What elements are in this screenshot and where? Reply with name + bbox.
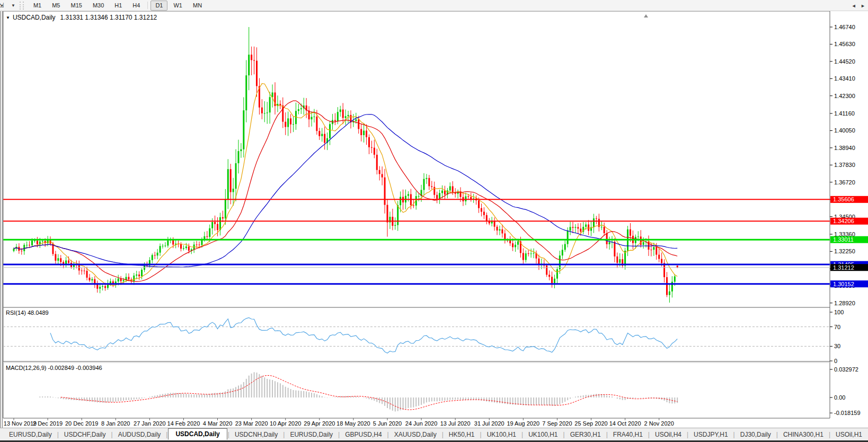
tab-dj30-daily[interactable]: DJ30,Daily — [736, 429, 776, 440]
tab-scroll-right-icon[interactable]: ► — [861, 3, 865, 8]
macd-axis-tick: -0.018159 — [834, 410, 861, 416]
price-level-labels: 1.356061.342061.330111.314051.301521.312… — [830, 196, 868, 287]
timeframe-button-m30[interactable]: M30 — [88, 1, 109, 11]
medium-ma-line — [14, 101, 677, 281]
slow-ma-line — [14, 114, 677, 267]
rsi-pane: 10070300 — [3, 309, 844, 364]
date-axis-tick: 13 Jul 2020 — [440, 420, 471, 427]
symbol-tabs: EURUSD,Daily|USDCHF,Daily|AUDUSD,Daily|U… — [0, 428, 868, 440]
svg-text:1.34206: 1.34206 — [833, 218, 854, 224]
tab-scroll-arrows: ◄ ► — [848, 3, 865, 8]
macd-pane: 0.0329720.00-0.018159 — [40, 366, 860, 416]
macd-indicator-label: MACD(12,26,9) -0.002849 -0.003946 — [6, 365, 102, 371]
tab-fra40-h1[interactable]: FRA40,H1 — [608, 429, 648, 440]
chevron-down-icon[interactable]: ▼ — [11, 3, 15, 8]
price-axis-tick: 1.38940 — [834, 145, 855, 151]
rsi-axis-tick: 0 — [834, 358, 837, 364]
timeframe-bar: M1M5M15M30H1H4D1W1MN — [28, 1, 207, 11]
rsi-indicator-label: RSI(14) 48.0489 — [6, 310, 49, 316]
price-axis-tick: 1.40050 — [834, 127, 855, 134]
tab-xauusd-daily[interactable]: XAUUSD,Daily — [389, 429, 441, 440]
date-axis-tick: 2 Nov 2020 — [644, 420, 674, 427]
timeframe-button-m15[interactable]: M15 — [66, 1, 86, 11]
chart-title: ▼USDCAD,Daily1.31331 1.31346 1.31170 1.3… — [6, 14, 157, 21]
tab-gbpusd-h4[interactable]: GBPUSD,H4 — [340, 429, 386, 440]
timeframe-button-m1[interactable]: M1 — [29, 1, 46, 11]
tab-eurusd-daily[interactable]: EURUSD,Daily — [4, 429, 57, 440]
macd-axis-tick: 0.032972 — [834, 366, 858, 373]
price-axis-tick: 1.43410 — [834, 75, 855, 82]
pane-borders — [3, 11, 830, 418]
tab-usdcnh-daily[interactable]: USDCNH,Daily — [230, 429, 282, 440]
tab-usdchf-daily[interactable]: USDCHF,Daily — [59, 429, 111, 440]
svg-text:1.33011: 1.33011 — [833, 236, 854, 243]
tab-audusd-daily[interactable]: AUDUSD,Daily — [113, 429, 166, 440]
tab-scroll-left-icon[interactable]: ◄ — [852, 3, 856, 8]
price-axis-tick: 1.46740 — [834, 24, 855, 30]
price-axis-tick: 1.37830 — [834, 162, 855, 168]
date-axis-tick: 4 Mar 2020 — [203, 420, 233, 427]
rsi-axis-tick: 70 — [834, 324, 840, 330]
price-axis-tick: 1.32250 — [834, 248, 855, 254]
price-axis-tick: 1.41160 — [834, 110, 855, 117]
chart-canvas[interactable]: 1.467401.456301.445201.434101.423001.411… — [0, 0, 868, 442]
date-axis-tick: 29 Apr 2020 — [304, 420, 335, 427]
tab-uk100-h1[interactable]: UK100,H1 — [524, 429, 562, 440]
date-axis-tick: 2 Dec 2019 — [33, 420, 63, 427]
tab-eurusd-daily[interactable]: EURUSD,Daily — [285, 429, 338, 440]
date-axis-tick: 23 Mar 2020 — [235, 420, 268, 427]
date-axis-tick: 14 Oct 2020 — [609, 420, 641, 427]
rsi-axis-tick: 100 — [834, 309, 844, 315]
date-axis-tick: 19 Aug 2020 — [507, 420, 539, 427]
price-axis-tick: 1.44520 — [834, 58, 855, 65]
tab-usoil-h1[interactable]: USOil,H1 — [831, 429, 867, 440]
macd-signal-line — [61, 375, 678, 410]
date-axis-tick: 13 Nov 2019 — [4, 420, 37, 427]
date-axis-tick: 5 Jun 2020 — [373, 420, 402, 427]
svg-text:1.31212: 1.31212 — [833, 264, 854, 271]
rsi-line — [50, 318, 677, 353]
price-axis-tick: 1.42300 — [834, 93, 855, 99]
date-axis-tick: 20 Dec 2019 — [65, 420, 98, 427]
tab-usdcad-daily[interactable]: USDCAD,Daily — [168, 428, 227, 440]
date-axis-tick: 25 Sep 2020 — [574, 420, 607, 427]
date-axis-tick: 8 Jan 2020 — [101, 420, 130, 427]
date-axis-tick: 7 Sep 2020 — [542, 420, 572, 427]
cursor-tool-icon[interactable]: ⇲ — [0, 2, 10, 9]
timeframe-button-mn[interactable]: MN — [188, 1, 207, 11]
tab-uk100-h1[interactable]: UK100,H1 — [482, 429, 521, 440]
window-left-edge — [0, 11, 3, 430]
timeframe-button-m5[interactable]: M5 — [47, 1, 65, 11]
chart-shift-marker-icon[interactable] — [644, 14, 648, 17]
date-axis: 13 Nov 20192 Dec 201920 Dec 20198 Jan 20… — [4, 418, 674, 427]
date-axis-tick: 24 Jun 2020 — [405, 420, 438, 427]
price-axis-tick: 1.36720 — [834, 179, 855, 185]
symbol-caret-icon[interactable]: ▼ — [6, 15, 10, 20]
candles-layer — [13, 27, 678, 303]
tab-ger30-h1[interactable]: GER30,H1 — [565, 429, 606, 440]
date-axis-tick: 27 Jan 2020 — [134, 420, 166, 427]
macd-axis-tick: 0.00 — [834, 394, 845, 401]
toolbar-drag-handle[interactable] — [20, 2, 24, 10]
date-axis-tick: 31 Jul 2020 — [474, 420, 504, 427]
tab-china300-h1[interactable]: CHINA300,H1 — [778, 429, 828, 440]
timeframe-button-d1[interactable]: D1 — [150, 1, 167, 11]
toolbar-group-separator — [147, 2, 148, 9]
svg-text:1.30152: 1.30152 — [833, 281, 854, 287]
timeframe-button-h4[interactable]: H4 — [128, 1, 145, 11]
svg-text:1.35606: 1.35606 — [833, 196, 854, 202]
timeframe-button-w1[interactable]: W1 — [169, 1, 187, 11]
chart-title-symbol: USDCAD,Daily — [13, 14, 56, 21]
tab-usdjpy-h1[interactable]: USDJPY,H1 — [689, 429, 732, 440]
timeframe-button-h1[interactable]: H1 — [110, 1, 127, 11]
tab-usoil-h4[interactable]: USOil,H4 — [650, 429, 686, 440]
top-toolbar: ⇲ ▼ M1M5M15M30H1H4D1W1MN — [0, 0, 868, 11]
date-axis-tick: 14 Feb 2020 — [167, 420, 200, 427]
tab-hk50-h1[interactable]: HK50,H1 — [444, 429, 480, 440]
price-axis-tick: 1.28920 — [834, 300, 855, 306]
rsi-axis-tick: 30 — [834, 343, 840, 349]
price-axis-tick: 1.45630 — [834, 41, 855, 47]
date-axis-tick: 10 Apr 2020 — [270, 420, 301, 427]
chart-title-ohlc: 1.31331 1.31346 1.31170 1.31212 — [60, 14, 157, 21]
date-axis-tick: 18 May 2020 — [336, 420, 370, 427]
